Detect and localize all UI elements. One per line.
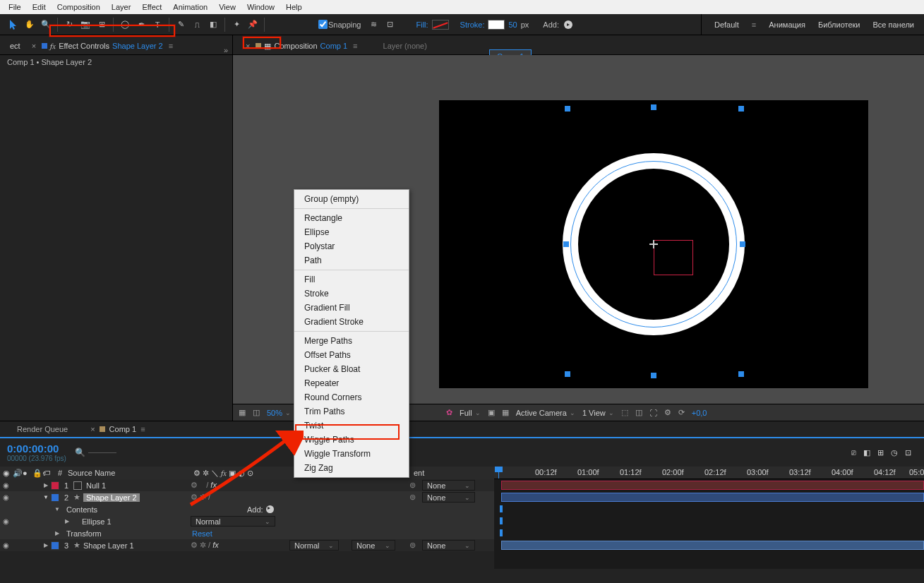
layer-row-2[interactable]: ◉ ▼ 2 ★ Shape Layer 2 ⚙ ✲ / ⊚ None xyxy=(0,491,494,503)
stroke-label[interactable]: Stroke: xyxy=(460,20,485,29)
eraser-tool[interactable]: ◧ xyxy=(205,17,221,32)
parent-dropdown[interactable]: None xyxy=(422,540,475,551)
col-parent[interactable]: ent xyxy=(411,469,427,477)
workspace-animation[interactable]: Анимация xyxy=(769,20,805,29)
tl-icon-4[interactable]: ◷ xyxy=(891,448,898,457)
bbox-handle-ne[interactable] xyxy=(738,106,744,112)
hand-tool[interactable]: ✋ xyxy=(22,17,37,32)
ellipse-group-name[interactable]: Ellipse 1 xyxy=(82,517,112,526)
bbox-handle-se[interactable] xyxy=(738,371,744,377)
ctx-wiggle-paths[interactable]: Wiggle Paths xyxy=(294,433,409,447)
orbit-tool[interactable]: ↻ xyxy=(61,17,77,32)
tab-comp1[interactable]: × Comp 1 ≡ xyxy=(90,425,145,433)
comp-viewport[interactable] xyxy=(439,100,868,388)
playhead[interactable] xyxy=(498,467,499,479)
ctx-zigzag[interactable]: Zig Zag xyxy=(294,461,409,475)
bbox-handle-nw[interactable] xyxy=(565,106,570,112)
layer-name[interactable]: Null 1 xyxy=(86,481,106,490)
timeline-tracks[interactable]: 00:12f 01:00f 01:12f 02:00f 02:12f 03:00… xyxy=(494,467,924,569)
bbox-handle-sw[interactable] xyxy=(565,371,570,377)
anchor-point-icon[interactable] xyxy=(649,240,658,248)
expand-toggle[interactable]: ▼ xyxy=(41,494,51,500)
menu-composition[interactable]: Composition xyxy=(52,1,106,13)
add-icon[interactable]: ▸ xyxy=(564,20,572,29)
bbox-handle-s[interactable] xyxy=(651,373,656,378)
ctx-fill[interactable]: Fill xyxy=(294,272,409,287)
roi-icon[interactable]: ▣ xyxy=(488,408,495,417)
resolution-dropdown[interactable]: Full xyxy=(460,409,481,417)
preview-opt2-icon[interactable]: ◫ xyxy=(635,408,642,417)
zoom-dropdown[interactable]: 50% xyxy=(267,409,291,417)
stamp-tool[interactable]: ⎍ xyxy=(189,17,205,32)
add-flyout-icon[interactable] xyxy=(266,505,274,513)
parent-pickwhip-icon[interactable]: ⊚ xyxy=(409,493,416,502)
layer-row-1[interactable]: ◉ ▶ 1 Null 1 ⚙ / fx ⊚ None xyxy=(0,479,494,491)
tl-icon-1[interactable]: ⎚ xyxy=(851,448,856,457)
layer-name[interactable]: Shape Layer 2 xyxy=(83,493,140,502)
snap-opt-icon[interactable]: ≋ xyxy=(366,17,382,32)
color-mgmt-icon[interactable]: ✿ xyxy=(446,408,452,417)
rect-tool[interactable]: ◯ xyxy=(117,17,133,32)
parent-pickwhip-icon[interactable]: ⊚ xyxy=(409,481,416,490)
views-dropdown[interactable]: 1 View xyxy=(582,409,614,417)
menu-view[interactable]: View xyxy=(213,1,241,13)
ctx-ellipse[interactable]: Ellipse xyxy=(294,225,409,239)
stroke-value[interactable]: 50 xyxy=(508,20,517,29)
trkmat-dropdown[interactable]: None xyxy=(352,540,395,551)
parent-pickwhip-icon[interactable]: ⊚ xyxy=(409,541,416,550)
refresh-icon[interactable]: ⟳ xyxy=(678,408,685,417)
menu-effect[interactable]: Effect xyxy=(136,1,167,13)
visibility-toggle[interactable]: ◉ xyxy=(0,481,11,489)
camera-dropdown[interactable]: Active Camera xyxy=(516,409,575,417)
bbox-handle-n[interactable] xyxy=(651,104,656,110)
roto-tool[interactable]: ✦ xyxy=(229,17,244,32)
ctx-pucker-bloat[interactable]: Pucker & Bloat xyxy=(294,362,409,376)
ctx-stroke[interactable]: Stroke xyxy=(294,287,409,301)
bbox-handle-w[interactable] xyxy=(563,241,569,247)
tab-close-icon[interactable]: × xyxy=(32,42,36,50)
stroke-swatch[interactable] xyxy=(488,20,505,30)
track-layer-1[interactable] xyxy=(494,479,924,491)
bbox-handle-e[interactable] xyxy=(740,241,745,247)
panel-menu-icon[interactable]: ≡ xyxy=(169,42,173,50)
parent-dropdown[interactable]: None xyxy=(422,492,475,503)
fill-label[interactable]: Fill: xyxy=(416,20,428,29)
zoom-tool[interactable]: 🔍 xyxy=(38,17,54,32)
pen-tool[interactable]: ✒ xyxy=(133,17,149,32)
layer-row-2-contents[interactable]: ▼ Contents Add: xyxy=(0,503,494,515)
reset-link[interactable]: Reset xyxy=(192,529,212,538)
null-rect[interactable] xyxy=(654,240,693,275)
alpha-icon[interactable]: ◫ xyxy=(253,408,260,417)
tl-icon-5[interactable]: ⊡ xyxy=(905,448,911,457)
comp-tab-close-icon[interactable]: × xyxy=(246,42,250,50)
ctx-twist[interactable]: Twist xyxy=(294,419,409,433)
tl-icon-3[interactable]: ⊞ xyxy=(877,448,884,457)
text-tool[interactable]: T xyxy=(150,17,165,32)
ctx-group[interactable]: Group (empty) xyxy=(294,192,409,206)
layer-row-2-ellipse[interactable]: ◉▶ Ellipse 1 Normal xyxy=(0,515,494,527)
blend-mode-dropdown[interactable]: Normal xyxy=(289,540,339,551)
ctx-gradient-fill[interactable]: Gradient Fill xyxy=(294,301,409,315)
menu-animation[interactable]: Animation xyxy=(167,1,213,13)
preview-opt1-icon[interactable]: ⬚ xyxy=(621,408,628,417)
ctx-round-corners[interactable]: Round Corners xyxy=(294,390,409,404)
track-layer-2[interactable] xyxy=(494,491,924,503)
grid-icon[interactable]: ▦ xyxy=(239,408,246,417)
panel-tab-effect-controls[interactable]: × 𝑓𝑥 Effect Controls Shape Layer 2 ≡ xyxy=(26,37,179,54)
layer-name[interactable]: Shape Layer 1 xyxy=(83,541,134,550)
ctx-repeater[interactable]: Repeater xyxy=(294,376,409,390)
snapping-checkbox[interactable] xyxy=(318,20,328,29)
workspace-menu-icon[interactable]: ≡ xyxy=(752,20,756,29)
panel-tab-prev[interactable]: ect xyxy=(4,37,26,54)
layer-row-2-transform[interactable]: ▶ Transform Reset xyxy=(0,527,494,539)
timeline-search[interactable]: 🔍 xyxy=(75,447,116,457)
col-source-name[interactable]: Source Name xyxy=(65,469,494,477)
preview-opt4-icon[interactable]: ⚙ xyxy=(664,408,671,417)
anchor-tool[interactable]: ⊞ xyxy=(94,17,109,32)
ctx-rectangle[interactable]: Rectangle xyxy=(294,211,409,225)
snap-grid-icon[interactable]: ⊡ xyxy=(383,17,398,32)
ctx-merge-paths[interactable]: Merge Paths xyxy=(294,334,409,348)
layer-row-3[interactable]: ◉ ▶ 3 ★ Shape Layer 1 ⚙ ✲ / fx Normal No… xyxy=(0,539,494,551)
ctx-polystar[interactable]: Polystar xyxy=(294,239,409,253)
current-timecode[interactable]: 0:00:00:00 xyxy=(7,443,66,455)
